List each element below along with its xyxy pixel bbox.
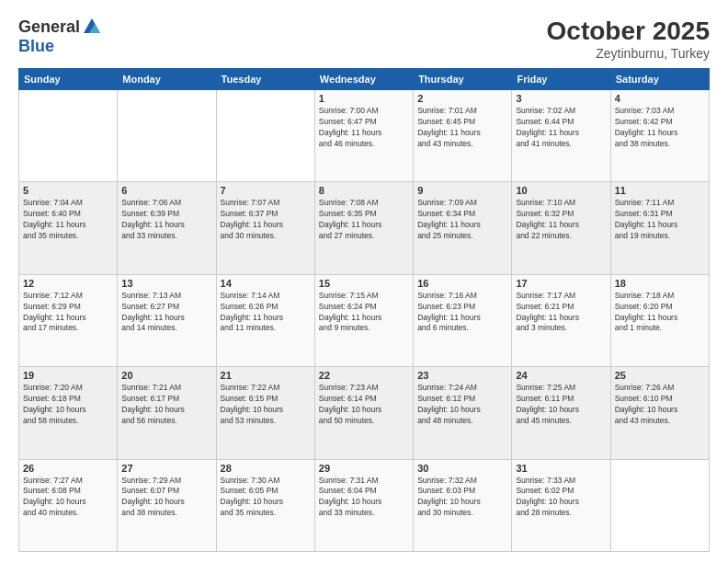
table-row: 23Sunrise: 7:24 AM Sunset: 6:12 PM Dayli… <box>414 367 512 459</box>
calendar-week-row: 12Sunrise: 7:12 AM Sunset: 6:29 PM Dayli… <box>19 274 710 366</box>
table-row: 12Sunrise: 7:12 AM Sunset: 6:29 PM Dayli… <box>19 274 118 366</box>
day-number: 26 <box>23 463 113 474</box>
day-info: Sunrise: 7:06 AM Sunset: 6:39 PM Dayligh… <box>121 198 211 242</box>
table-row: 7Sunrise: 7:07 AM Sunset: 6:37 PM Daylig… <box>216 182 314 274</box>
day-number: 1 <box>319 93 409 104</box>
day-info: Sunrise: 7:09 AM Sunset: 6:34 PM Dayligh… <box>417 198 507 242</box>
day-info: Sunrise: 7:26 AM Sunset: 6:10 PM Dayligh… <box>615 383 705 427</box>
day-number: 15 <box>319 278 409 289</box>
day-info: Sunrise: 7:30 AM Sunset: 6:05 PM Dayligh… <box>221 476 311 520</box>
table-row: 31Sunrise: 7:33 AM Sunset: 6:02 PM Dayli… <box>512 459 610 551</box>
day-number: 18 <box>615 278 705 289</box>
day-info: Sunrise: 7:33 AM Sunset: 6:02 PM Dayligh… <box>516 476 606 520</box>
day-number: 6 <box>121 185 211 196</box>
day-number: 30 <box>417 463 507 474</box>
table-row <box>216 90 314 182</box>
day-info: Sunrise: 7:08 AM Sunset: 6:35 PM Dayligh… <box>319 198 409 242</box>
day-number: 13 <box>121 278 211 289</box>
day-info: Sunrise: 7:27 AM Sunset: 6:08 PM Dayligh… <box>23 476 113 520</box>
table-row: 9Sunrise: 7:09 AM Sunset: 6:34 PM Daylig… <box>414 182 512 274</box>
location: Zeytinburnu, Turkey <box>547 46 710 61</box>
day-number: 24 <box>516 370 606 381</box>
day-number: 19 <box>23 370 113 381</box>
col-monday: Monday <box>118 69 216 90</box>
table-row: 1Sunrise: 7:00 AM Sunset: 6:47 PM Daylig… <box>314 90 413 182</box>
day-number: 10 <box>516 185 606 196</box>
day-info: Sunrise: 7:29 AM Sunset: 6:07 PM Dayligh… <box>121 476 211 520</box>
table-row: 27Sunrise: 7:29 AM Sunset: 6:07 PM Dayli… <box>118 459 216 551</box>
col-saturday: Saturday <box>610 69 709 90</box>
table-row: 26Sunrise: 7:27 AM Sunset: 6:08 PM Dayli… <box>19 459 118 551</box>
calendar-week-row: 26Sunrise: 7:27 AM Sunset: 6:08 PM Dayli… <box>19 459 710 551</box>
day-number: 28 <box>221 463 311 474</box>
day-number: 2 <box>417 93 507 104</box>
day-info: Sunrise: 7:25 AM Sunset: 6:11 PM Dayligh… <box>516 383 606 427</box>
day-info: Sunrise: 7:21 AM Sunset: 6:17 PM Dayligh… <box>121 383 211 427</box>
col-wednesday: Wednesday <box>314 69 413 90</box>
table-row: 19Sunrise: 7:20 AM Sunset: 6:18 PM Dayli… <box>19 367 118 459</box>
day-info: Sunrise: 7:07 AM Sunset: 6:37 PM Dayligh… <box>221 198 311 242</box>
day-number: 21 <box>221 370 311 381</box>
table-row: 16Sunrise: 7:16 AM Sunset: 6:23 PM Dayli… <box>414 274 512 366</box>
day-number: 3 <box>516 93 606 104</box>
table-row: 14Sunrise: 7:14 AM Sunset: 6:26 PM Dayli… <box>216 274 314 366</box>
calendar-week-row: 1Sunrise: 7:00 AM Sunset: 6:47 PM Daylig… <box>19 90 710 182</box>
col-sunday: Sunday <box>19 69 118 90</box>
table-row <box>118 90 216 182</box>
day-number: 27 <box>121 463 211 474</box>
day-info: Sunrise: 7:14 AM Sunset: 6:26 PM Dayligh… <box>221 291 311 335</box>
table-row: 25Sunrise: 7:26 AM Sunset: 6:10 PM Dayli… <box>610 367 709 459</box>
day-info: Sunrise: 7:00 AM Sunset: 6:47 PM Dayligh… <box>319 106 409 150</box>
day-number: 17 <box>516 278 606 289</box>
day-number: 5 <box>23 185 113 196</box>
day-number: 8 <box>319 185 409 196</box>
table-row: 30Sunrise: 7:32 AM Sunset: 6:03 PM Dayli… <box>414 459 512 551</box>
month-title: October 2025 <box>547 17 710 46</box>
table-row: 3Sunrise: 7:02 AM Sunset: 6:44 PM Daylig… <box>512 90 610 182</box>
day-info: Sunrise: 7:22 AM Sunset: 6:15 PM Dayligh… <box>221 383 311 427</box>
day-info: Sunrise: 7:11 AM Sunset: 6:31 PM Dayligh… <box>615 198 705 242</box>
table-row: 8Sunrise: 7:08 AM Sunset: 6:35 PM Daylig… <box>314 182 413 274</box>
table-row: 22Sunrise: 7:23 AM Sunset: 6:14 PM Dayli… <box>314 367 413 459</box>
day-info: Sunrise: 7:10 AM Sunset: 6:32 PM Dayligh… <box>516 198 606 242</box>
logo-blue-text: Blue <box>18 37 54 56</box>
table-row: 20Sunrise: 7:21 AM Sunset: 6:17 PM Dayli… <box>118 367 216 459</box>
day-info: Sunrise: 7:31 AM Sunset: 6:04 PM Dayligh… <box>319 476 409 520</box>
table-row: 24Sunrise: 7:25 AM Sunset: 6:11 PM Dayli… <box>512 367 610 459</box>
col-tuesday: Tuesday <box>216 69 314 90</box>
day-number: 7 <box>221 185 311 196</box>
table-row: 17Sunrise: 7:17 AM Sunset: 6:21 PM Dayli… <box>512 274 610 366</box>
day-number: 22 <box>319 370 409 381</box>
table-row: 28Sunrise: 7:30 AM Sunset: 6:05 PM Dayli… <box>216 459 314 551</box>
day-number: 9 <box>417 185 507 196</box>
table-row: 15Sunrise: 7:15 AM Sunset: 6:24 PM Dayli… <box>314 274 413 366</box>
logo-icon <box>82 17 102 37</box>
table-row: 6Sunrise: 7:06 AM Sunset: 6:39 PM Daylig… <box>118 182 216 274</box>
day-info: Sunrise: 7:16 AM Sunset: 6:23 PM Dayligh… <box>417 291 507 335</box>
table-row: 5Sunrise: 7:04 AM Sunset: 6:40 PM Daylig… <box>19 182 118 274</box>
table-row <box>19 90 118 182</box>
logo-general-text: General <box>18 17 80 37</box>
day-number: 29 <box>319 463 409 474</box>
day-info: Sunrise: 7:24 AM Sunset: 6:12 PM Dayligh… <box>417 383 507 427</box>
day-number: 25 <box>615 370 705 381</box>
day-number: 20 <box>121 370 211 381</box>
logo: General Blue <box>18 17 102 56</box>
day-number: 14 <box>221 278 311 289</box>
day-info: Sunrise: 7:32 AM Sunset: 6:03 PM Dayligh… <box>417 476 507 520</box>
day-number: 16 <box>417 278 507 289</box>
day-info: Sunrise: 7:17 AM Sunset: 6:21 PM Dayligh… <box>516 291 606 335</box>
day-info: Sunrise: 7:23 AM Sunset: 6:14 PM Dayligh… <box>319 383 409 427</box>
table-row: 29Sunrise: 7:31 AM Sunset: 6:04 PM Dayli… <box>314 459 413 551</box>
day-number: 31 <box>516 463 606 474</box>
table-row: 2Sunrise: 7:01 AM Sunset: 6:45 PM Daylig… <box>414 90 512 182</box>
day-info: Sunrise: 7:15 AM Sunset: 6:24 PM Dayligh… <box>319 291 409 335</box>
day-number: 12 <box>23 278 113 289</box>
day-info: Sunrise: 7:03 AM Sunset: 6:42 PM Dayligh… <box>615 106 705 150</box>
table-row: 18Sunrise: 7:18 AM Sunset: 6:20 PM Dayli… <box>610 274 709 366</box>
calendar-week-row: 5Sunrise: 7:04 AM Sunset: 6:40 PM Daylig… <box>19 182 710 274</box>
calendar-header-row: Sunday Monday Tuesday Wednesday Thursday… <box>19 69 710 90</box>
day-info: Sunrise: 7:20 AM Sunset: 6:18 PM Dayligh… <box>23 383 113 427</box>
col-thursday: Thursday <box>414 69 512 90</box>
table-row: 11Sunrise: 7:11 AM Sunset: 6:31 PM Dayli… <box>610 182 709 274</box>
